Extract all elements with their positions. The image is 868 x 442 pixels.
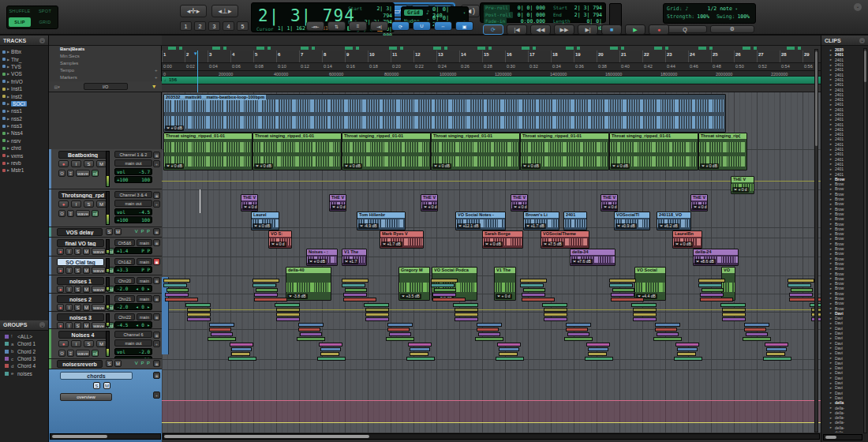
output-assignment-selector[interactable]: main out	[114, 159, 152, 167]
record-enable-button[interactable]: ●	[57, 304, 64, 311]
tracks-list-item[interactable]: ▶Mstr1	[0, 167, 48, 174]
clip-gain-badge[interactable]: ⏷ +1.7	[343, 259, 358, 264]
clips-hscrollbar[interactable]	[823, 434, 862, 440]
quantize-grid-value[interactable]: 1/2 note	[708, 6, 732, 12]
playhead-marker-icon[interactable]: ▾	[194, 51, 197, 57]
midi-note[interactable]	[655, 328, 677, 332]
audio-clip[interactable]: VOSocialTheme⏷ +7.5 dB	[541, 230, 589, 249]
tracks-list-item[interactable]: ▶nsrv	[0, 137, 48, 144]
output-assignment-selector[interactable]: main	[137, 295, 152, 302]
zoom-preset-button[interactable]: 2	[194, 21, 206, 31]
clip-gain-badge[interactable]: ⏷ + 0 d	[422, 204, 438, 210]
overview-button[interactable]: overview	[60, 393, 112, 401]
audio-clip[interactable]: V1 The⏷ + 0 d	[494, 267, 516, 301]
midi-note[interactable]	[631, 303, 657, 307]
clip-gain-badge[interactable]: ⏷ + 0 dB	[484, 242, 503, 247]
record-enable-button[interactable]: ●	[57, 322, 64, 329]
midi-note[interactable]	[231, 352, 250, 356]
midi-note[interactable]	[788, 283, 811, 287]
midi-note[interactable]	[564, 337, 593, 341]
midi-note[interactable]	[209, 328, 231, 332]
track-header-chords[interactable]: chordsSMoverview▣+	[49, 369, 162, 442]
track-header-throtsngng-rpd[interactable]: Throtsngng_rpd●ISM⊙≡waverdChannel 3 & 4m…	[49, 189, 162, 227]
output-path-selector[interactable]: Ch5&6	[114, 239, 135, 246]
midi-note[interactable]	[499, 347, 519, 351]
edit-toggle-button[interactable]: ⇥|	[370, 21, 388, 31]
playlist-icon[interactable]: ⊙	[58, 210, 65, 217]
clip-gain-badge[interactable]: ⏷ +3.5 dB	[400, 294, 421, 299]
record-enable-button[interactable]: ●	[57, 286, 64, 293]
zoom-horizontal-button[interactable]: ◂✛▸	[180, 5, 207, 17]
midi-note[interactable]	[408, 343, 432, 346]
track-add-button[interactable]: +	[153, 340, 160, 347]
midi-note[interactable]	[633, 313, 657, 317]
tracks-list-item[interactable]: ▶Inst1	[0, 85, 48, 92]
midi-note[interactable]	[165, 298, 198, 302]
midi-note[interactable]	[453, 303, 478, 307]
midi-note[interactable]	[744, 328, 766, 332]
midi-note[interactable]	[702, 288, 724, 292]
midi-note[interactable]	[522, 293, 545, 297]
edit-canvas[interactable]: 203532__matts90__matts-beatbox-loop-100b…	[162, 92, 821, 433]
midi-note[interactable]	[320, 352, 339, 356]
tracks-list-item[interactable]: ▶nss3	[0, 122, 48, 129]
mute-button[interactable]: M	[103, 382, 110, 389]
track-name[interactable]: noises 1	[57, 277, 104, 285]
midi-note[interactable]	[478, 332, 500, 336]
clip-gain-badge[interactable]: ⏷ + 0 dB	[308, 259, 327, 264]
track-options-button[interactable]: ▣	[153, 152, 160, 159]
midi-note[interactable]	[165, 293, 189, 297]
midi-note[interactable]	[432, 293, 456, 297]
audio-clip[interactable]: 2401	[563, 212, 587, 230]
solo-button[interactable]: S	[84, 160, 94, 167]
clip-gain-badge[interactable]: ⏷ +1.7 dB	[525, 223, 546, 229]
record-enable-button[interactable]: ●	[58, 160, 69, 167]
midi-note[interactable]	[276, 313, 300, 317]
midi-note[interactable]	[431, 283, 455, 287]
zoom-preset-button[interactable]: 1	[180, 21, 192, 31]
track-name[interactable]: chords	[60, 372, 133, 380]
shuffle-mode-button[interactable]: SHUFFLE	[7, 6, 32, 16]
grid-value-label[interactable]: Grid	[404, 9, 423, 16]
audio-clip[interactable]: VO Social⏷ +4.4 dB	[634, 267, 666, 301]
midi-note[interactable]	[298, 328, 320, 332]
midi-note[interactable]	[345, 288, 367, 292]
clip-gain-badge[interactable]: ⏷ -3.8 dB	[287, 294, 308, 299]
transport-play-button[interactable]: ▶	[625, 24, 645, 35]
ruler-row-label[interactable]: Tempo	[60, 68, 74, 73]
midi-note[interactable]	[677, 347, 698, 351]
midi-note[interactable]	[544, 317, 567, 321]
input-monitor-button[interactable]: I	[65, 248, 73, 255]
midi-note[interactable]	[698, 279, 725, 283]
clip-gain-badge[interactable]: ⏷ + 0 d	[692, 204, 708, 210]
input-monitor-button[interactable]: I	[65, 286, 73, 293]
clip-gain-badge[interactable]: ⏷ + 0 dB	[522, 163, 541, 169]
midi-note[interactable]	[746, 332, 768, 336]
track-options-button[interactable]: ▣	[153, 360, 160, 367]
clip-gain-badge[interactable]: ⏷ + 0 d	[732, 187, 749, 193]
audio-clip[interactable]: VO S:⏷ + 0 d	[268, 230, 292, 249]
edit-toggle-button[interactable]: U	[413, 21, 431, 31]
track-name[interactable]: SO Cial tag	[57, 258, 104, 266]
track-name[interactable]: VOS delay	[57, 228, 103, 236]
volume-display[interactable]: vol-2.0	[114, 348, 152, 355]
post-roll-label[interactable]: Post-roll	[484, 12, 513, 19]
midi-note[interactable]	[475, 337, 503, 341]
throat-clip[interactable]: Throat singing_ripped_01-01⏷ + 0 dB	[253, 133, 342, 170]
track-options-button[interactable]: ▣	[153, 313, 160, 320]
midi-note[interactable]	[455, 313, 478, 317]
output-path-selector[interactable]: Ch1&2	[114, 258, 135, 265]
solo-button[interactable]: S	[74, 304, 81, 311]
midi-note[interactable]	[609, 283, 633, 287]
output-assignment-selector[interactable]: main	[137, 258, 152, 265]
midi-note[interactable]	[253, 279, 279, 283]
track-view-selector[interactable]: wave	[92, 248, 106, 255]
ruler-row-label[interactable]: Bars|Beats	[60, 47, 84, 51]
solo-button[interactable]: S	[74, 322, 81, 329]
throat-clip[interactable]: Throat singing_rip(⏷ + 0 dB	[698, 133, 747, 170]
tracks-list-item[interactable]: ▶TVS	[0, 63, 48, 70]
midi-note[interactable]	[297, 337, 325, 341]
transport-record-button[interactable]: ●	[649, 24, 669, 35]
midi-note[interactable]	[365, 308, 389, 312]
midi-note[interactable]	[253, 283, 276, 287]
